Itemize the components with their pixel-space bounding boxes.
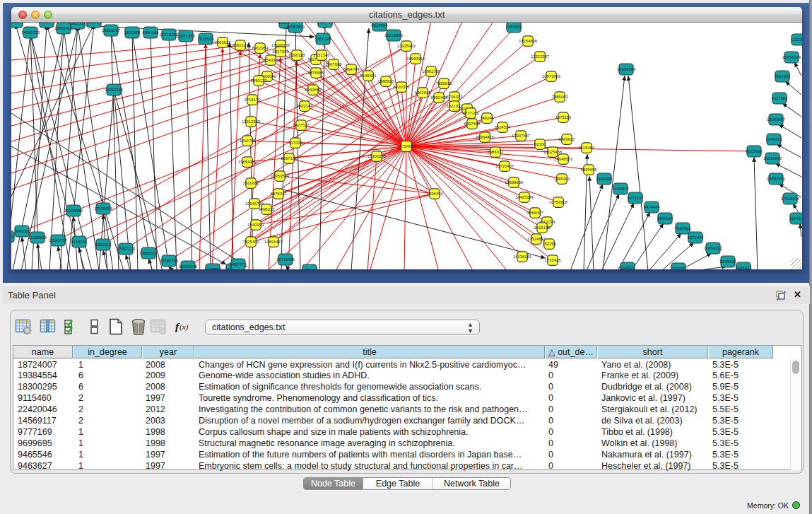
svg-text:746246: 746246 bbox=[480, 116, 494, 120]
svg-text:8878342: 8878342 bbox=[271, 192, 287, 196]
svg-text:12942757: 12942757 bbox=[49, 238, 67, 243]
svg-text:1244415: 1244415 bbox=[766, 137, 783, 141]
svg-text:9242845: 9242845 bbox=[305, 88, 322, 92]
svg-text:12353594: 12353594 bbox=[271, 174, 290, 178]
svg-text:6479197: 6479197 bbox=[628, 196, 644, 200]
svg-text:1640955: 1640955 bbox=[596, 177, 613, 181]
svg-text:(x): (x) bbox=[180, 322, 189, 332]
svg-text:1167531: 1167531 bbox=[789, 216, 802, 221]
svg-text:7357224: 7357224 bbox=[315, 37, 332, 41]
svg-text:18724007: 18724007 bbox=[397, 144, 416, 148]
svg-text:8660123: 8660123 bbox=[233, 43, 249, 47]
svg-text:7663822: 7663822 bbox=[215, 40, 231, 45]
svg-text:10756928: 10756928 bbox=[549, 200, 568, 204]
svg-text:8220396: 8220396 bbox=[394, 85, 411, 89]
svg-text:19654982: 19654982 bbox=[238, 160, 257, 164]
svg-text:2603144: 2603144 bbox=[297, 104, 314, 108]
svg-text:9474444: 9474444 bbox=[644, 205, 661, 209]
svg-text:18407249: 18407249 bbox=[515, 195, 534, 199]
svg-text:1588520: 1588520 bbox=[378, 79, 395, 83]
svg-text:1625557: 1625557 bbox=[205, 267, 221, 269]
svg-text:9146821: 9146821 bbox=[360, 74, 377, 78]
svg-text:9227382: 9227382 bbox=[772, 96, 788, 100]
svg-text:10053809: 10053809 bbox=[286, 25, 305, 29]
svg-text:3624534: 3624534 bbox=[495, 125, 512, 129]
svg-text:13524851: 13524851 bbox=[527, 237, 546, 241]
svg-text:1365492: 1365492 bbox=[554, 177, 570, 181]
svg-text:62160: 62160 bbox=[534, 142, 546, 146]
svg-text:1405572: 1405572 bbox=[11, 23, 23, 24]
svg-text:8813054: 8813054 bbox=[372, 23, 389, 28]
svg-text:1938823: 1938823 bbox=[613, 187, 630, 191]
svg-text:12156629: 12156629 bbox=[28, 235, 47, 240]
svg-text:16154808: 16154808 bbox=[519, 39, 538, 43]
svg-text:112233: 112233 bbox=[671, 267, 686, 269]
svg-text:1362615: 1362615 bbox=[415, 90, 432, 95]
svg-text:14649573: 14649573 bbox=[554, 157, 573, 161]
svg-text:9777169: 9777169 bbox=[463, 111, 479, 115]
svg-text:6794023: 6794023 bbox=[447, 95, 464, 99]
svg-text:2935114: 2935114 bbox=[657, 216, 673, 221]
svg-text:9245033: 9245033 bbox=[736, 266, 753, 269]
svg-text:7485063: 7485063 bbox=[552, 95, 569, 99]
svg-text:9463627: 9463627 bbox=[559, 137, 575, 141]
svg-text:1250513: 1250513 bbox=[95, 243, 112, 247]
svg-text:1938454: 1938454 bbox=[427, 192, 444, 196]
svg-text:17957223: 17957223 bbox=[117, 247, 136, 251]
svg-text:10307487: 10307487 bbox=[512, 134, 530, 138]
svg-text:16961758: 16961758 bbox=[422, 69, 441, 74]
svg-text:1540993: 1540993 bbox=[248, 223, 265, 227]
svg-text:2551546: 2551546 bbox=[314, 53, 331, 57]
svg-text:8215958: 8215958 bbox=[746, 149, 763, 153]
svg-text:9457771: 9457771 bbox=[230, 262, 247, 267]
svg-text:10782759: 10782759 bbox=[160, 259, 178, 263]
svg-text:2069140: 2069140 bbox=[39, 23, 56, 24]
svg-text:2387682: 2387682 bbox=[506, 25, 522, 29]
svg-text:1975115: 1975115 bbox=[555, 115, 572, 119]
svg-text:1010755: 1010755 bbox=[240, 139, 257, 143]
svg-text:19218906: 19218906 bbox=[384, 33, 404, 37]
svg-text:12923448: 12923448 bbox=[179, 264, 198, 269]
svg-text:8471676: 8471676 bbox=[688, 235, 705, 240]
svg-text:1615132: 1615132 bbox=[534, 226, 551, 230]
svg-text:10653267: 10653267 bbox=[102, 28, 120, 33]
svg-text:10046736: 10046736 bbox=[245, 201, 264, 206]
svg-text:1145131: 1145131 bbox=[71, 240, 88, 244]
svg-text:1112233: 1112233 bbox=[791, 37, 802, 42]
svg-text:7955812: 7955812 bbox=[436, 81, 452, 86]
svg-text:10719155: 10719155 bbox=[160, 33, 179, 37]
svg-text:8990448: 8990448 bbox=[431, 95, 448, 100]
svg-text:1905314: 1905314 bbox=[70, 23, 87, 25]
svg-text:20364416: 20364416 bbox=[476, 135, 495, 139]
svg-text:3875685: 3875685 bbox=[308, 71, 325, 75]
svg-text:10543302: 10543302 bbox=[261, 58, 280, 62]
svg-text:12093827: 12093827 bbox=[767, 117, 785, 122]
svg-text:1733426: 1733426 bbox=[545, 258, 562, 262]
svg-text:9115460: 9115460 bbox=[579, 146, 595, 150]
svg-text:6497568: 6497568 bbox=[464, 122, 481, 126]
svg-text:7632021: 7632021 bbox=[675, 226, 691, 230]
svg-text:9245032: 9245032 bbox=[720, 259, 736, 264]
svg-text:15300275: 15300275 bbox=[367, 154, 387, 158]
svg-text:10688609: 10688609 bbox=[505, 180, 523, 185]
svg-text:10025458: 10025458 bbox=[543, 150, 563, 154]
svg-text:9699695: 9699695 bbox=[581, 168, 598, 172]
svg-text:1916682: 1916682 bbox=[243, 181, 259, 185]
svg-text:10958107: 10958107 bbox=[139, 251, 158, 255]
svg-text:9498212: 9498212 bbox=[259, 207, 275, 211]
svg-text:8267130: 8267130 bbox=[281, 156, 298, 160]
svg-text:15751074: 15751074 bbox=[782, 55, 801, 59]
svg-text:8427512: 8427512 bbox=[293, 123, 310, 127]
svg-text:16640910: 16640910 bbox=[406, 57, 425, 61]
svg-text:3913541: 3913541 bbox=[11, 235, 15, 239]
svg-text:20206556: 20206556 bbox=[64, 209, 83, 213]
svg-text:1935721: 1935721 bbox=[317, 23, 334, 24]
svg-text:924503: 924503 bbox=[620, 266, 635, 269]
svg-text:8186328: 8186328 bbox=[289, 53, 306, 57]
svg-text:12213369: 12213369 bbox=[242, 119, 260, 124]
svg-text:16210643: 16210643 bbox=[763, 156, 782, 160]
svg-text:2967608: 2967608 bbox=[326, 62, 343, 66]
svg-text:10671355: 10671355 bbox=[177, 34, 196, 38]
svg-text:15716485: 15716485 bbox=[276, 257, 295, 262]
svg-text:12213367: 12213367 bbox=[531, 54, 549, 59]
